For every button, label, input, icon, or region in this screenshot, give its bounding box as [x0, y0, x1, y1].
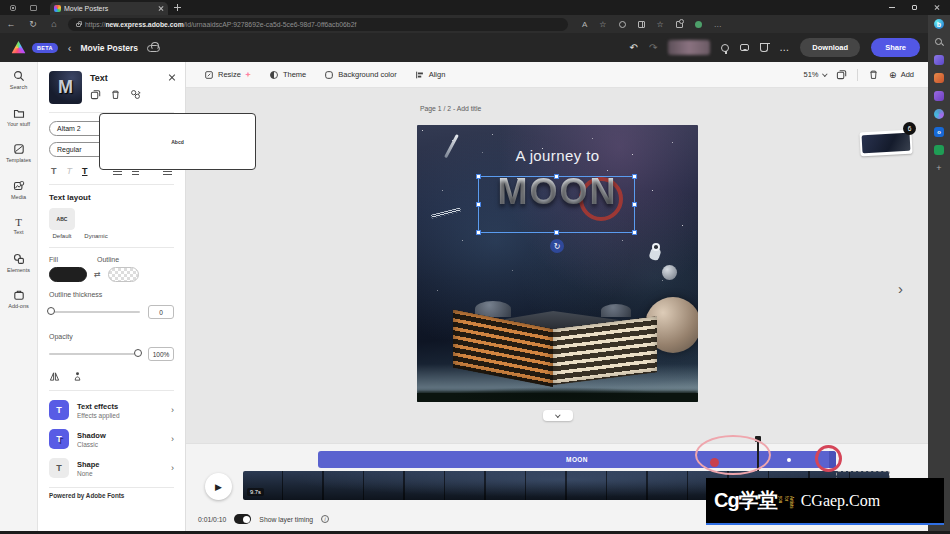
bing-icon[interactable]: b [934, 19, 944, 29]
swap-colors-icon[interactable]: ⇄ [94, 270, 101, 279]
selection-handle[interactable] [476, 202, 481, 207]
selection-handle[interactable] [632, 230, 637, 235]
download-button[interactable]: Download [800, 38, 860, 57]
outline-thickness-value[interactable]: 0 [148, 305, 174, 319]
shopping-icon[interactable] [695, 21, 702, 28]
sidebar-shopping-icon[interactable] [934, 73, 944, 83]
delete-icon[interactable] [110, 89, 121, 100]
timeline-collapse-button[interactable] [543, 410, 573, 421]
add-icon: ⊕ [889, 70, 897, 80]
zoom-select[interactable]: 51% [803, 70, 826, 79]
sidebar-item-your-stuff[interactable]: Your stuff [0, 99, 37, 136]
poster-subtitle-text[interactable]: A journey to [417, 147, 698, 164]
play-button[interactable]: ▶ [205, 473, 232, 500]
sidebar-cart-icon[interactable] [934, 145, 944, 155]
sidebar-item-search[interactable]: Search [0, 62, 37, 99]
sidebar-item-add-ons[interactable]: Add-ons [0, 281, 37, 318]
selection-handle[interactable] [476, 230, 481, 235]
text-effects-row[interactable]: T Text effects Effects applied › [49, 400, 174, 420]
background-color-button[interactable]: Background color [324, 70, 396, 80]
undo-icon[interactable]: ↶ [630, 42, 638, 53]
sidebar-item-elements[interactable]: Elements [0, 245, 37, 282]
info-icon[interactable]: i [321, 515, 329, 523]
sidebar-search-icon[interactable] [934, 37, 944, 47]
shape-row[interactable]: T Shape None › [49, 458, 174, 478]
layout-default-button[interactable]: Abcd [99, 113, 256, 170]
resize-button[interactable]: Resize [204, 70, 251, 80]
window-minimize-icon[interactable] [889, 7, 895, 8]
copilot-icon[interactable] [619, 21, 626, 28]
back-icon[interactable]: ← [0, 19, 22, 29]
fill-swatch[interactable] [49, 267, 87, 282]
refresh-icon[interactable]: ↻ [22, 19, 44, 29]
flip-vertical-icon[interactable] [72, 371, 83, 382]
canvas-body[interactable]: Page 1 / 2 - Add title A journey to MOON [186, 88, 928, 443]
selection-handle[interactable] [632, 174, 637, 179]
beaker-icon[interactable] [760, 43, 768, 52]
idea-icon[interactable] [721, 44, 729, 52]
favorites-star-icon[interactable]: ☆ [599, 20, 606, 29]
slider-knob[interactable] [134, 349, 142, 357]
next-page-icon[interactable]: › [898, 280, 903, 297]
redo-icon[interactable]: ↷ [649, 42, 657, 53]
outlook-icon[interactable]: o [934, 127, 944, 137]
window-close-icon[interactable] [934, 5, 940, 11]
extensions-icon[interactable] [676, 21, 683, 28]
animate-icon[interactable] [130, 89, 141, 100]
selection-box[interactable] [478, 176, 635, 233]
theme-button[interactable]: Theme [269, 70, 306, 80]
trash-icon[interactable] [868, 69, 879, 80]
text-size-icon[interactable]: A [582, 20, 587, 29]
header-back-icon[interactable]: ‹ [68, 42, 72, 54]
pages-icon[interactable] [836, 69, 847, 80]
outline-swatch[interactable] [108, 267, 139, 282]
layer-thumbnail[interactable]: M [49, 71, 82, 104]
add-page-button[interactable]: ⊕ Add [889, 70, 914, 80]
tab-actions-icon[interactable] [30, 5, 37, 11]
new-tab-button[interactable] [174, 4, 181, 11]
comment-icon[interactable] [740, 44, 749, 51]
sidebar-copilot-icon[interactable] [934, 109, 944, 119]
tab-close-icon[interactable] [158, 6, 164, 12]
selection-handle[interactable] [476, 174, 481, 179]
poster-canvas[interactable]: A journey to MOON [417, 125, 698, 402]
duplicate-icon[interactable] [90, 89, 101, 100]
document-title[interactable]: Movie Posters [80, 43, 138, 53]
outline-thickness-slider[interactable] [49, 311, 140, 313]
bold-icon[interactable]: T [51, 166, 57, 176]
selection-handle[interactable] [554, 230, 559, 235]
flip-horizontal-icon[interactable] [49, 371, 60, 382]
browser-tab[interactable]: Movie Posters [50, 2, 168, 15]
workspaces-icon[interactable] [10, 5, 16, 11]
page-label[interactable]: Page 1 / 2 - Add title [420, 105, 481, 112]
panel-close-icon[interactable] [168, 74, 175, 81]
opacity-value[interactable]: 100% [148, 347, 174, 361]
sidebar-item-templates[interactable]: Templates [0, 135, 37, 172]
home-icon[interactable]: ⌂ [44, 19, 64, 29]
collections-icon[interactable]: ☆ [657, 20, 664, 29]
sidebar-office-icon[interactable] [934, 91, 944, 101]
sidebar-item-media[interactable]: Media [0, 172, 37, 209]
address-bar[interactable]: https://new.express.adobe.com/id/urnaaid… [68, 18, 568, 31]
browser-more-icon[interactable]: … [714, 20, 722, 29]
rotate-handle-icon[interactable]: ↻ [550, 239, 564, 253]
selection-handle[interactable] [632, 202, 637, 207]
share-button[interactable]: Share [871, 38, 920, 57]
window-maximize-icon[interactable] [912, 5, 917, 10]
header-more-icon[interactable]: … [779, 42, 789, 53]
align-button[interactable]: Align [415, 70, 446, 80]
selection-handle[interactable] [554, 174, 559, 179]
split-screen-icon[interactable] [638, 21, 645, 28]
underline-icon[interactable]: T [82, 166, 88, 176]
adobe-express-logo[interactable] [11, 40, 26, 55]
sidebar-discover-icon[interactable] [934, 55, 944, 65]
pages-deck[interactable]: 6 [858, 128, 914, 158]
italic-icon[interactable]: T [67, 166, 73, 176]
shadow-row[interactable]: T Shadow Classic › [49, 429, 174, 449]
layout-dynamic-button[interactable]: ABC [49, 208, 75, 230]
show-layer-timing-toggle[interactable] [234, 514, 251, 524]
slider-knob[interactable] [47, 307, 55, 315]
sidebar-item-text[interactable]: T Text [0, 208, 37, 245]
opacity-slider[interactable] [49, 353, 140, 355]
sidebar-add-icon[interactable]: + [934, 163, 944, 173]
